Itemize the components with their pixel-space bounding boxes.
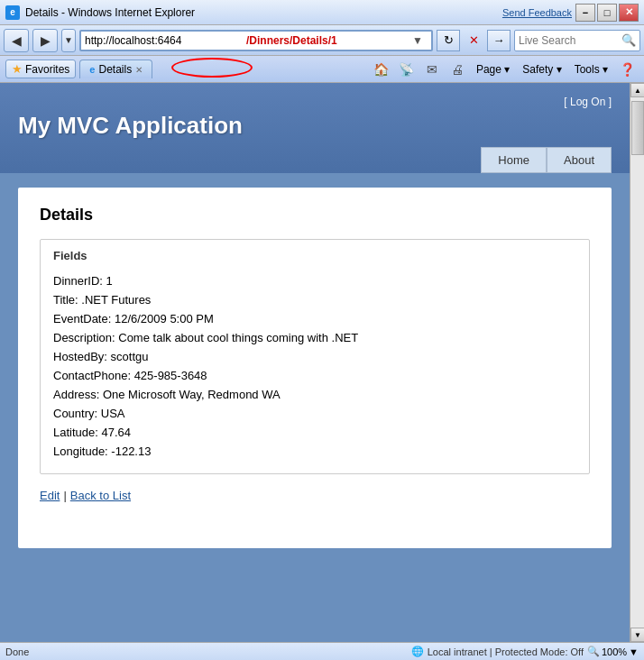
fields-legend: Fields: [53, 249, 576, 262]
search-button[interactable]: 🔍: [621, 33, 636, 47]
field-value-hostedby: scottgu: [111, 350, 149, 363]
star-icon: ★: [12, 62, 23, 76]
scroll-track[interactable]: [630, 97, 644, 628]
close-button[interactable]: ✕: [619, 4, 639, 22]
field-value-contactphone: 425-985-3648: [134, 369, 207, 382]
zoom-level: 100%: [602, 646, 627, 657]
page-body: Details Fields DinnerID: 1 Title: .NET F…: [0, 173, 630, 566]
field-title: Title: .NET Futures: [53, 290, 576, 309]
back-button[interactable]: ◀: [4, 29, 29, 52]
help-icon-btn[interactable]: ❓: [615, 59, 639, 80]
field-label-address: Address:: [53, 388, 103, 401]
field-longitude: Longitude: -122.13: [53, 442, 576, 461]
forward-button[interactable]: ▶: [32, 29, 58, 52]
address-prefix: http://localhost:6464: [85, 34, 246, 47]
status-zone: 🌐 Local intranet | Protected Mode: Off: [411, 646, 584, 657]
edit-link[interactable]: Edit: [40, 489, 60, 502]
mail-icon-btn[interactable]: ✉: [420, 59, 444, 80]
status-bar: Done 🌐 Local intranet | Protected Mode: …: [0, 642, 644, 660]
field-contactphone: ContactPhone: 425-985-3648: [53, 366, 576, 385]
window-title: Details - Windows Internet Explorer: [25, 6, 195, 19]
favorites-button[interactable]: ★ Favorites: [5, 60, 76, 78]
header-top: [ Log On ]: [18, 92, 612, 112]
status-text: Done: [5, 646, 29, 657]
dropdown-button[interactable]: ▼: [61, 29, 76, 52]
back-to-list-link[interactable]: Back to List: [70, 489, 131, 502]
field-country: Country: USA: [53, 404, 576, 423]
address-highlight: /Dinners/Details/1: [246, 34, 408, 47]
field-dinnerid: DinnerID: 1: [53, 271, 576, 290]
log-on-link[interactable]: [ Log On ]: [564, 96, 612, 108]
browser-content: [ Log On ] My MVC Application Home About…: [0, 83, 644, 642]
scroll-down-arrow[interactable]: ▼: [630, 628, 644, 642]
search-box: 🔍: [514, 30, 640, 51]
zoom-button[interactable]: 🔍 100% ▼: [587, 646, 639, 657]
field-label-description: Description:: [53, 331, 118, 344]
field-value-eventdate: 12/6/2009 5:00 PM: [115, 312, 214, 325]
nav-home[interactable]: Home: [481, 147, 547, 173]
print-icon-btn[interactable]: 🖨: [446, 59, 469, 80]
page-content: [ Log On ] My MVC Application Home About…: [0, 83, 630, 642]
field-value-address: One Microsoft Way, Redmond WA: [103, 388, 281, 401]
action-links: Edit | Back to List: [40, 489, 590, 502]
go-button[interactable]: →: [487, 30, 511, 51]
field-address: Address: One Microsoft Way, Redmond WA: [53, 385, 576, 404]
status-right: 🌐 Local intranet | Protected Mode: Off 🔍…: [411, 646, 639, 657]
send-feedback-link[interactable]: Send Feedback: [502, 7, 572, 18]
tools-menu-btn[interactable]: Tools ▾: [569, 61, 613, 78]
field-label-eventdate: EventDate:: [53, 312, 115, 325]
zoom-dropdown-icon: ▼: [629, 646, 639, 657]
refresh-button[interactable]: ↻: [437, 30, 460, 51]
home-icon-btn[interactable]: 🏠: [370, 59, 393, 80]
address-input[interactable]: http://localhost:6464/Dinners/Details/1 …: [79, 30, 433, 51]
nav-about[interactable]: About: [547, 147, 612, 173]
tab-close-icon[interactable]: ✕: [135, 65, 143, 75]
field-value-longitude: -122.13: [111, 445, 151, 458]
scroll-thumb[interactable]: [631, 101, 644, 155]
app-header: [ Log On ] My MVC Application Home About: [0, 83, 630, 173]
field-description: Description: Come talk about cool things…: [53, 328, 576, 347]
field-value-dinnerid: 1: [106, 274, 113, 288]
feeds-icon-btn[interactable]: 📡: [395, 59, 419, 80]
search-input[interactable]: [519, 34, 621, 47]
field-eventdate: EventDate: 12/6/2009 5:00 PM: [53, 309, 576, 328]
field-label-country: Country:: [53, 407, 101, 420]
field-value-latitude: 47.64: [102, 426, 132, 439]
fields-box: Fields DinnerID: 1 Title: .NET Futures E…: [40, 239, 590, 474]
browser-icon: e: [5, 5, 20, 20]
browser-tab[interactable]: e Details ✕: [79, 60, 152, 78]
zone-text: Local intranet | Protected Mode: Off: [428, 646, 584, 657]
zoom-icon: 🔍: [587, 646, 600, 657]
scroll-up-arrow[interactable]: ▲: [630, 83, 644, 97]
field-label-dinnerid: DinnerID:: [53, 274, 106, 288]
scrollbar: ▲ ▼: [630, 83, 644, 642]
field-label-contactphone: ContactPhone:: [53, 369, 134, 382]
field-label-hostedby: HostedBy:: [53, 350, 111, 363]
tab-label: Details: [98, 63, 132, 76]
minimize-button[interactable]: −: [575, 4, 595, 22]
field-hostedby: HostedBy: scottgu: [53, 347, 576, 366]
address-dropdown-btn[interactable]: ▼: [408, 31, 428, 50]
restore-button[interactable]: □: [597, 4, 617, 22]
zone-icon: 🌐: [411, 646, 424, 657]
page-menu-btn[interactable]: Page ▾: [471, 61, 515, 78]
field-value-country: USA: [101, 407, 125, 420]
title-bar: e Details - Windows Internet Explorer Se…: [0, 0, 644, 25]
favorites-label: Favorites: [25, 63, 69, 76]
favorites-bar: ★ Favorites e Details ✕ 🏠 📡 ✉ 🖨 Page ▾ S…: [0, 56, 644, 83]
safety-menu-btn[interactable]: Safety ▾: [517, 61, 566, 78]
field-label-title: Title:: [53, 293, 81, 307]
field-label-latitude: Latitude:: [53, 426, 102, 439]
address-bar: ◀ ▶ ▼ http://localhost:6464/Dinners/Deta…: [0, 25, 644, 56]
field-value-title: .NET Futures: [81, 293, 151, 307]
link-separator: |: [63, 489, 66, 502]
toolbar-icons: 🏠 📡 ✉ 🖨 Page ▾ Safety ▾ Tools ▾ ❓: [370, 59, 639, 80]
content-card: Details Fields DinnerID: 1 Title: .NET F…: [18, 188, 612, 548]
field-value-description: Come talk about cool things coming with …: [118, 331, 358, 344]
browser-icon-small: e: [89, 64, 95, 75]
stop-button[interactable]: ✕: [464, 30, 483, 51]
field-latitude: Latitude: 47.64: [53, 423, 576, 442]
nav-menu: Home About: [18, 147, 612, 173]
page-heading: Details: [40, 206, 590, 225]
app-title: My MVC Application: [18, 112, 612, 147]
